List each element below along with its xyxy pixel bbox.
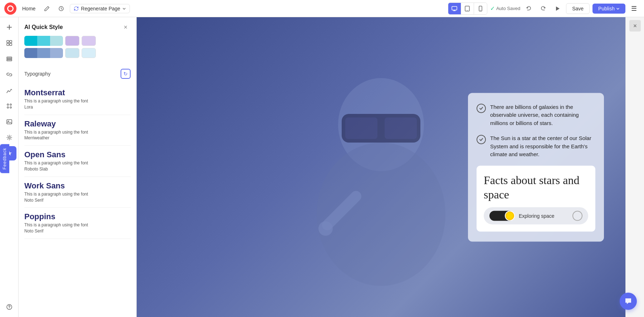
toggle-switch[interactable] (489, 211, 514, 221)
layers-icon[interactable] (2, 52, 16, 66)
svg-point-19 (8, 121, 9, 122)
font-desc-label: This is a paragraph using the fontNoto S… (24, 191, 131, 203)
auto-saved-icon: ✓ (490, 5, 495, 12)
toggle-section: Exploring space (484, 207, 588, 224)
typography-header: Typography ↻ (24, 69, 131, 79)
device-toggle-group (448, 3, 487, 15)
hamburger-menu-button[interactable]: ☰ (628, 3, 640, 14)
panel-close-button[interactable]: × (121, 22, 131, 32)
redo-button[interactable] (537, 3, 549, 14)
typography-refresh-button[interactable]: ↻ (121, 69, 131, 79)
font-name-label: Open Sans (24, 150, 131, 159)
preview-button[interactable] (552, 3, 563, 14)
svg-point-15 (10, 104, 11, 105)
font-name-label: Poppins (24, 212, 131, 221)
svg-rect-25 (345, 117, 377, 139)
svg-point-3 (467, 10, 468, 11)
font-option-raleway[interactable]: Raleway This is a paragraph using the fo… (24, 115, 131, 146)
font-list: Montserrat This is a paragraph using the… (24, 84, 131, 239)
tablet-view-button[interactable] (461, 3, 474, 14)
toggle-thumb (505, 211, 515, 221)
toggle-label: Exploring space (519, 213, 555, 218)
font-name-label: Montserrat (24, 88, 131, 97)
swatch-purple-light[interactable] (65, 36, 79, 46)
font-desc-label: This is a paragraph using the fontNoto S… (24, 222, 131, 234)
typography-label: Typography (24, 71, 50, 77)
toggle-radio[interactable] (572, 211, 582, 221)
inner-card: Facts about stars and space Exploring sp… (477, 165, 595, 231)
svg-rect-13 (7, 60, 12, 61)
font-option-poppins[interactable]: Poppins This is a paragraph using the fo… (24, 208, 131, 239)
swatch-pale-blue[interactable] (82, 48, 96, 58)
font-name-label: Work Sans (24, 181, 131, 191)
swatch-ice-blue[interactable] (65, 48, 79, 58)
font-option-work-sans[interactable]: Work Sans This is a paragraph using the … (24, 177, 131, 208)
swatch-cyan-dark[interactable] (24, 36, 37, 46)
color-swatches-section (19, 36, 136, 64)
undo-button[interactable] (523, 3, 535, 14)
link-icon[interactable] (2, 67, 16, 82)
font-desc-label: This is a paragraph using the fontMerriw… (24, 129, 131, 141)
right-collapse-icon[interactable] (629, 20, 641, 32)
color-row-1 (24, 36, 131, 46)
main-layout: AI Quick Style × (0, 17, 644, 317)
svg-rect-11 (7, 57, 12, 58)
fact-text-2: The Sun is a star at the center of our S… (490, 134, 595, 159)
publish-button[interactable]: Publish (592, 4, 625, 14)
swatch-blue-mid[interactable] (37, 48, 50, 58)
mobile-view-button[interactable] (474, 3, 487, 14)
swatch-cyan-mid[interactable] (37, 36, 50, 46)
svg-rect-9 (7, 43, 9, 45)
swatch-group-cyan[interactable] (24, 36, 63, 46)
chat-bubble-button[interactable] (620, 293, 637, 310)
svg-rect-10 (10, 43, 12, 45)
svg-point-14 (7, 104, 9, 105)
home-link[interactable]: Home (19, 6, 38, 11)
feedback-tab[interactable]: Feedback (0, 144, 9, 173)
analytics-icon[interactable] (2, 83, 16, 97)
edit-icon[interactable] (41, 3, 53, 14)
nav-right-controls: ✓ Auto Saved Save Publish ☰ (490, 3, 640, 14)
font-option-open-sans[interactable]: Open Sans This is a paragraph using the … (24, 146, 131, 177)
svg-rect-1 (452, 6, 457, 10)
svg-point-20 (8, 137, 10, 139)
save-button[interactable]: Save (566, 3, 590, 14)
fact-item-1: There are billions of galaxies in the ob… (477, 103, 595, 127)
svg-rect-18 (7, 120, 12, 124)
swatch-cyan-light[interactable] (50, 36, 63, 46)
swatch-blue-light[interactable] (50, 48, 63, 58)
svg-point-17 (10, 107, 11, 108)
regen-button[interactable]: Regenerate Page (70, 4, 130, 13)
panel-title: AI Quick Style (24, 24, 63, 30)
swatch-lavender[interactable] (82, 36, 96, 46)
logo[interactable] (4, 3, 16, 15)
logo-inner (7, 5, 14, 12)
main-card-overlay: There are billions of galaxies in the ob… (468, 93, 604, 241)
svg-rect-8 (10, 40, 12, 43)
ai-quick-style-panel: AI Quick Style × (19, 17, 137, 317)
svg-rect-26 (385, 117, 417, 139)
typography-section: Typography ↻ Montserrat This is a paragr… (19, 64, 136, 317)
add-icon[interactable] (2, 20, 16, 34)
swatch-blue-dark[interactable] (24, 48, 37, 58)
font-option-montserrat[interactable]: Montserrat This is a paragraph using the… (24, 84, 131, 115)
desktop-view-button[interactable] (448, 3, 461, 14)
history-icon[interactable] (55, 3, 67, 14)
color-row-2 (24, 48, 131, 58)
svg-marker-6 (556, 6, 560, 11)
grid-icon[interactable] (2, 36, 16, 50)
fact-text-1: There are billions of galaxies in the ob… (490, 103, 595, 127)
image-icon[interactable] (2, 115, 16, 129)
help-icon[interactable] (2, 300, 16, 314)
auto-saved-status: ✓ Auto Saved (490, 5, 520, 12)
fact-check-1 (477, 104, 486, 113)
font-name-label: Raleway (24, 119, 131, 129)
swatch-group-blue[interactable] (24, 48, 63, 58)
top-nav: Home Regenerate Page ✓ Auto Saved (0, 0, 644, 17)
settings-icon[interactable] (2, 130, 16, 145)
svg-point-16 (7, 107, 9, 108)
canvas-area: There are billions of galaxies in the ob… (137, 17, 625, 317)
inner-card-title: Facts about stars and space (484, 173, 588, 201)
apps-icon[interactable] (2, 99, 16, 113)
svg-point-22 (9, 308, 10, 309)
